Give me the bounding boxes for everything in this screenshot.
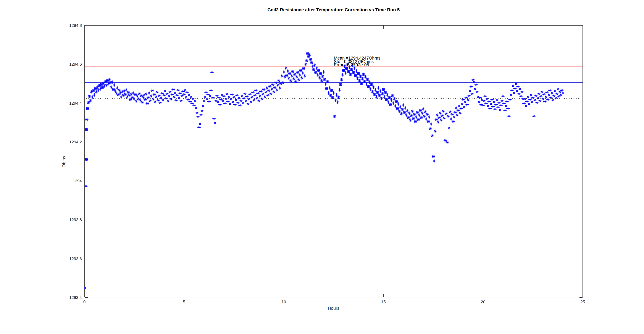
y-tick-label: 1293.8 bbox=[47, 217, 82, 222]
y-tick-label: 1293.4 bbox=[47, 295, 82, 300]
y-tick-label: 1294.4 bbox=[47, 101, 82, 106]
matlab-figure: Coil2 Resistance after Temperature Corre… bbox=[0, 0, 644, 334]
y-tick-label: 1294.8 bbox=[47, 23, 82, 28]
x-tick-label: 25 bbox=[570, 299, 596, 304]
chart-title: Coil2 Resistance after Temperature Corre… bbox=[84, 7, 583, 12]
y-tick-right bbox=[580, 297, 582, 298]
x-tick-label: 15 bbox=[370, 299, 396, 304]
y-tick-label: 1294 bbox=[47, 179, 82, 183]
scatter-markers bbox=[84, 25, 583, 297]
y-tick-label: 1294.2 bbox=[47, 140, 82, 144]
y-axis-label: Ohms bbox=[62, 154, 66, 169]
x-tick-bottom bbox=[583, 294, 583, 297]
y-tick-label: 1293.6 bbox=[47, 256, 82, 261]
x-tick-top bbox=[583, 26, 583, 29]
x-tick-label: 20 bbox=[470, 299, 496, 304]
x-axis-label: Hours bbox=[84, 306, 583, 311]
y-tick-left bbox=[85, 297, 88, 298]
x-tick-label: 10 bbox=[271, 299, 297, 304]
error-annotation: Error =6.2792e-05 bbox=[334, 63, 369, 67]
x-tick-label: 0 bbox=[72, 299, 98, 304]
y-tick-label: 1294.6 bbox=[47, 62, 82, 67]
data-points bbox=[84, 52, 564, 290]
x-tick-label: 5 bbox=[171, 299, 197, 304]
